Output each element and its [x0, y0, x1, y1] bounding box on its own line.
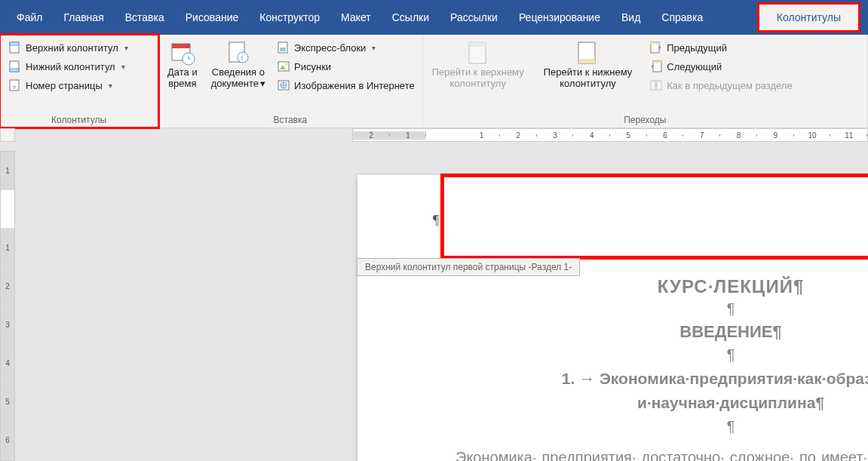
tab-design[interactable]: Конструктор [249, 4, 330, 31]
chevron-down-icon: ▾ [121, 63, 125, 71]
next-button[interactable]: Следующий [646, 58, 796, 75]
svg-rect-24 [651, 42, 659, 45]
pictures-label: Рисунки [294, 61, 331, 72]
svg-rect-13 [280, 48, 286, 51]
chevron-down-icon: ▾ [124, 44, 128, 52]
document-body: КУРС·ЛЕКЦИЙ¶ ¶ ВВЕДЕНИЕ¶ ¶ 1. → Экономик… [357, 273, 868, 461]
tab-layout[interactable]: Макет [330, 4, 382, 31]
ruler-seg: 2 [353, 131, 390, 140]
group-label-hf: Колонтитулы [3, 113, 155, 126]
paragraph-mark: ¶ [433, 213, 439, 229]
pictures-button[interactable]: Рисунки [273, 58, 419, 75]
chevron-down-icon: ▾ [260, 78, 265, 89]
ruler-seg: 1 [390, 131, 427, 140]
svg-text:i: i [241, 54, 243, 62]
doc-info-l2: документе [211, 78, 259, 89]
horizontal-ruler[interactable]: 2 1 1 2 3 4 5 6 7 8 9 10 11 [352, 128, 868, 142]
svg-rect-26 [653, 61, 661, 63]
goto-header-l1: Перейти к верхнему [432, 66, 524, 78]
chevron-down-icon: ▾ [109, 81, 112, 90]
goto-footer-button[interactable]: Перейти к нижнему колонтитулу [538, 38, 639, 89]
tab-references[interactable]: Ссылки [382, 4, 440, 31]
ruler-seg: 2 [500, 131, 537, 140]
quick-parts-icon [278, 41, 290, 54]
document-page[interactable]: ¶ Верхний колонтитул первой страницы -Ра… [357, 175, 868, 461]
ruler-vseg: 6 [1, 422, 14, 460]
calendar-clock-icon [169, 39, 196, 66]
quick-parts-label: Экспресс-блоки [294, 42, 366, 54]
goto-header-icon [465, 39, 492, 66]
ruler-vseg: 1 [1, 229, 14, 267]
document-workspace[interactable]: ¶ Верхний колонтитул первой страницы -Ра… [17, 143, 868, 461]
goto-footer-icon [574, 39, 601, 66]
ruler-vseg: 5 [1, 383, 14, 422]
page-number-button[interactable]: # Номер страницы ▾ [5, 77, 133, 94]
body-paragraph: Экономика· предприятия· достаточно· слож… [433, 446, 868, 461]
tab-file[interactable]: Файл [6, 4, 53, 31]
page-number-label: Номер страницы [26, 80, 103, 91]
tab-header-footer[interactable]: Колонтитулы [759, 4, 859, 31]
svg-point-16 [286, 63, 288, 66]
ruler-seg: 4 [573, 131, 610, 140]
ruler-seg: 10 [794, 131, 831, 140]
previous-label: Предыдущий [667, 42, 727, 54]
title-2: ВВЕДЕНИЕ¶ [433, 322, 868, 342]
date-time-l1: Дата и [167, 66, 198, 78]
svg-rect-22 [578, 59, 595, 63]
doc-info-l1: Сведения о [212, 66, 265, 78]
para-mark: ¶ [433, 346, 868, 364]
online-pictures-button[interactable]: Изображения в Интернете [273, 77, 419, 94]
ruler-vseg [1, 190, 14, 229]
tab-insert[interactable]: Вставка [115, 4, 175, 31]
svg-rect-7 [172, 44, 190, 48]
online-picture-icon [278, 79, 290, 91]
ruler-seg: 9 [757, 131, 794, 140]
next-label: Следующий [667, 61, 722, 72]
chevron-down-icon: ▾ [372, 44, 376, 52]
numbered-heading-l1: 1. → Экономика·предприятия·как·образова [433, 370, 868, 388]
para-mark: ¶ [433, 300, 868, 318]
ruler-seg: 11 [830, 131, 867, 140]
tab-view[interactable]: Вид [611, 4, 651, 31]
picture-icon [278, 60, 290, 72]
group-insert: Дата и время i Сведения о документе ▾ [158, 35, 423, 128]
header-button[interactable]: Верхний колонтитул ▾ [5, 39, 133, 56]
header-area[interactable] [442, 175, 868, 258]
online-pictures-label: Изображения в Интернете [294, 80, 415, 91]
link-previous-label: Как в предыдущем разделе [667, 80, 792, 91]
quick-parts-button[interactable]: Экспресс-блоки ▾ [273, 39, 419, 56]
footer-button[interactable]: Нижний колонтитул ▾ [5, 58, 133, 75]
ruler-seg: 7 [683, 131, 720, 140]
svg-rect-3 [10, 69, 19, 72]
ruler-corner [0, 128, 15, 142]
svg-rect-1 [10, 42, 19, 45]
next-section-icon [650, 60, 662, 72]
goto-footer-l2: колонтитулу [560, 78, 616, 89]
ruler-seg: 8 [720, 131, 757, 140]
group-label-insert: Вставка [161, 113, 419, 126]
group-label-nav: Переходы [426, 113, 864, 126]
date-time-button[interactable]: Дата и время [161, 38, 204, 89]
tab-draw[interactable]: Рисование [175, 4, 250, 31]
ruler-vseg: 3 [1, 306, 14, 345]
page-header-icon [9, 41, 21, 54]
svg-rect-20 [469, 42, 486, 47]
tab-help[interactable]: Справка [651, 4, 713, 31]
para-mark: ¶ [433, 418, 868, 435]
vertical-ruler[interactable]: 1 1 2 3 4 5 6 [0, 151, 15, 461]
tab-mailings[interactable]: Рассылки [440, 4, 508, 31]
goto-header-button: Перейти к верхнему колонтитулу [426, 38, 530, 89]
tab-home[interactable]: Главная [53, 4, 114, 31]
ribbon-tabs: Файл Главная Вставка Рисование Конструкт… [0, 0, 868, 35]
tab-review[interactable]: Рецензирование [508, 4, 611, 31]
ribbon: Верхний колонтитул ▾ Нижний колонтитул ▾… [0, 35, 868, 128]
link-icon [650, 79, 662, 91]
page-footer-icon [9, 60, 21, 72]
previous-section-icon [650, 41, 662, 54]
ruler-vseg: 4 [1, 345, 14, 383]
previous-button[interactable]: Предыдущий [646, 39, 796, 56]
date-time-l2: время [168, 78, 196, 89]
link-previous-button: Как в предыдущем разделе [646, 77, 796, 94]
doc-info-button[interactable]: i Сведения о документе ▾ [205, 38, 271, 89]
ruler-vseg: 2 [1, 267, 14, 306]
